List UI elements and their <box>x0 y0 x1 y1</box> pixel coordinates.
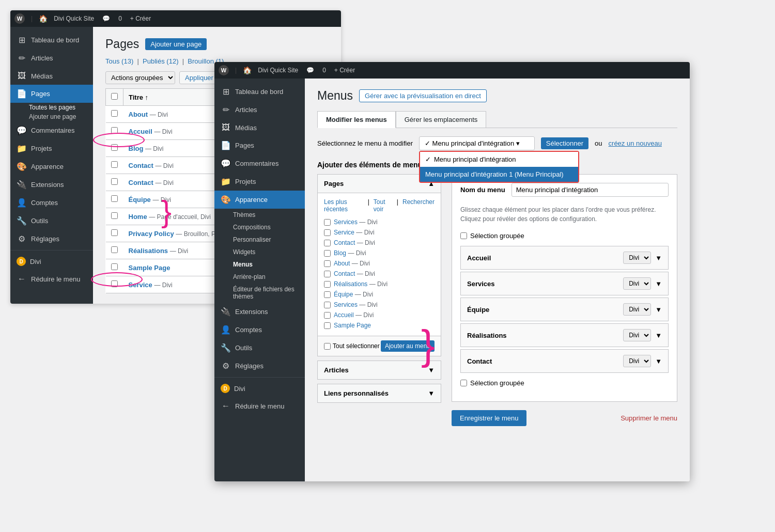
row-checkbox[interactable] <box>111 280 118 287</box>
page-checkbox[interactable] <box>324 322 331 329</box>
page-label[interactable]: Réalisations — Divi <box>334 280 388 288</box>
row-checkbox[interactable] <box>111 161 118 168</box>
sidebar-item-divi[interactable]: D Divi <box>10 253 93 270</box>
sidebar-apparence-sub-item[interactable]: Menus <box>214 258 305 271</box>
page-link[interactable]: Sample Page <box>129 264 171 272</box>
sidebar-sub-add-page[interactable]: Ajouter une page <box>10 112 93 121</box>
save-menu-button[interactable]: Enregistrer le menu <box>452 410 526 426</box>
row-checkbox[interactable] <box>111 229 118 236</box>
page-label[interactable]: Contact — Divi <box>334 270 375 277</box>
front-sidebar-pages[interactable]: 📄 Pages <box>214 136 305 154</box>
menu-item-arrow-icon[interactable]: ▼ <box>655 357 662 365</box>
page-link[interactable]: Home <box>129 213 147 221</box>
menu-item-arrow-icon[interactable]: ▼ <box>655 332 662 339</box>
sidebar-apparence-sub-item[interactable]: Personnaliser <box>214 233 305 246</box>
front-sidebar-reduire[interactable]: ← Réduire le menu <box>214 397 305 415</box>
page-link[interactable]: Réalisations <box>129 247 168 255</box>
menu-item-type-select[interactable]: Divi <box>623 303 651 316</box>
bulk-action-select[interactable]: Actions groupées <box>105 71 175 84</box>
front-sidebar-articles[interactable]: ✏ Articles <box>214 101 305 119</box>
front-sidebar-outils[interactable]: 🔧 Outils <box>214 339 305 357</box>
row-checkbox[interactable] <box>111 263 118 270</box>
row-checkbox[interactable] <box>111 144 118 151</box>
sidebar-item-projets[interactable]: 📁 Projets <box>10 139 93 158</box>
front-create-label[interactable]: + Créer <box>334 67 355 74</box>
create-label[interactable]: + Créer <box>130 15 151 22</box>
page-label[interactable]: Service — Divi <box>334 229 375 236</box>
selection-group-checkbox-bottom[interactable] <box>460 380 467 386</box>
sidebar-item-outils[interactable]: 🔧 Outils <box>10 212 93 230</box>
add-to-menu-button[interactable]: Ajouter au menu <box>381 340 435 352</box>
subtab-recent[interactable]: Les plus récentes <box>324 198 364 213</box>
page-checkbox[interactable] <box>324 229 331 236</box>
page-checkbox[interactable] <box>324 219 331 226</box>
select-all-checkbox[interactable] <box>111 93 118 100</box>
select-button[interactable]: Sélectionner <box>541 137 588 149</box>
home-icon[interactable]: 🏠 <box>39 14 48 23</box>
sidebar-apparence-sub-item[interactable]: Éditeur de fichiers des thèmes <box>214 283 305 303</box>
menu-option-1[interactable]: ✓ Menu principal d'intégration <box>420 152 578 167</box>
page-link[interactable]: Équipe <box>129 196 151 204</box>
sidebar-apparence-sub-item[interactable]: Arrière-plan <box>214 271 305 283</box>
menu-name-input[interactable] <box>512 183 669 197</box>
page-label[interactable]: Services — Divi <box>334 301 378 308</box>
front-sidebar-divi[interactable]: D Divi <box>214 380 305 397</box>
sidebar-item-articles[interactable]: ✏ Articles <box>10 49 93 67</box>
page-label[interactable]: Contact — Divi <box>334 239 375 246</box>
select-all-pages-checkbox[interactable] <box>324 343 331 350</box>
page-link[interactable]: About <box>129 111 148 118</box>
page-checkbox[interactable] <box>324 250 331 257</box>
row-checkbox[interactable] <box>111 178 118 185</box>
filter-published[interactable]: Publiés (12) <box>143 57 178 65</box>
sidebar-apparence-sub-item[interactable]: Thèmes <box>214 209 305 221</box>
menu-item-arrow-icon[interactable]: ▼ <box>655 254 662 262</box>
page-checkbox[interactable] <box>324 271 331 277</box>
front-sidebar-medias[interactable]: 🖼 Médias <box>214 119 305 136</box>
page-link[interactable]: Accueil <box>129 128 152 135</box>
delete-menu-link[interactable]: Supprimer le menu <box>621 414 677 422</box>
preview-button[interactable]: Gérer avec la prévisualisation en direct <box>359 89 487 102</box>
page-link[interactable]: Blog <box>129 145 144 152</box>
sidebar-item-reglages[interactable]: ⚙ Réglages <box>10 230 93 248</box>
articles-accordion-header[interactable]: Articles ▼ <box>318 361 441 379</box>
row-checkbox[interactable] <box>111 195 118 202</box>
page-link[interactable]: Privacy Policy <box>129 230 174 238</box>
sidebar-apparence-sub-item[interactable]: Compositions <box>214 221 305 233</box>
page-link[interactable]: Service <box>129 281 152 289</box>
menu-item-type-select[interactable]: Divi <box>623 277 651 290</box>
sidebar-item-commentaires[interactable]: 💬 Commentaires <box>10 121 93 139</box>
subtab-all[interactable]: Tout voir <box>374 198 393 213</box>
front-comments-icon[interactable]: 💬 <box>306 67 314 74</box>
menu-item-type-select[interactable]: Divi <box>623 355 651 367</box>
page-checkbox[interactable] <box>324 291 331 298</box>
front-home-icon[interactable]: 🏠 <box>243 66 252 74</box>
row-checkbox[interactable] <box>111 110 118 117</box>
sidebar-item-medias[interactable]: 🖼 Médias <box>10 67 93 85</box>
row-checkbox[interactable] <box>111 212 118 219</box>
menu-item-type-select[interactable]: Divi <box>623 329 651 341</box>
sidebar-sub-all-pages[interactable]: Toutes les pages <box>10 103 93 112</box>
sidebar-item-reduire[interactable]: ← Réduire le menu <box>10 270 93 288</box>
page-label[interactable]: About — Divi <box>334 260 370 267</box>
front-sidebar-extensions[interactable]: 🔌 Extensions <box>214 303 305 321</box>
row-checkbox[interactable] <box>111 246 118 253</box>
page-checkbox[interactable] <box>324 240 331 246</box>
menu-option-2[interactable]: Menu principal d'intégration 1 (Menu Pri… <box>420 167 578 182</box>
select-all-label[interactable]: Tout sélectionner <box>324 342 380 350</box>
menu-item-arrow-icon[interactable]: ▼ <box>655 306 662 314</box>
front-sidebar-commentaires[interactable]: 💬 Commentaires <box>214 154 305 173</box>
tab-manage-places[interactable]: Gérer les emplacements <box>396 111 487 128</box>
selection-group-checkbox-top[interactable] <box>460 232 467 239</box>
subtab-search[interactable]: Rechercher <box>402 198 435 213</box>
page-checkbox[interactable] <box>324 302 331 308</box>
page-label[interactable]: Accueil — Divi <box>334 311 374 319</box>
page-checkbox[interactable] <box>324 312 331 319</box>
page-checkbox[interactable] <box>324 260 331 267</box>
add-page-button[interactable]: Ajouter une page <box>145 38 207 50</box>
menu-dropdown-btn[interactable]: ✓ Menu principal d'intégration ▾ <box>419 136 535 150</box>
sidebar-apparence-sub-item[interactable]: Widgets <box>214 246 305 258</box>
tab-modify-menus[interactable]: Modifier les menus <box>317 111 396 128</box>
page-link[interactable]: Contact <box>129 162 153 169</box>
page-checkbox[interactable] <box>324 281 331 288</box>
apply-button[interactable]: Appliquer <box>179 71 219 84</box>
